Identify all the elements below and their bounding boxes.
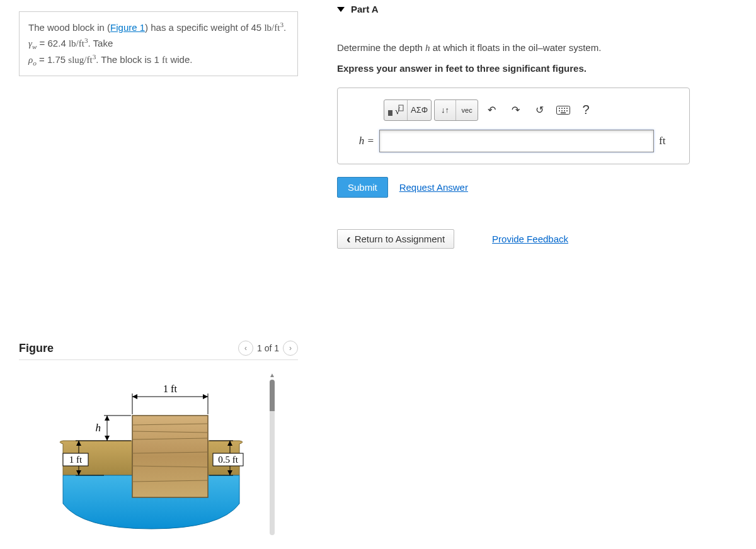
prompt-post: at which it floats in the oil–water syst…: [430, 42, 602, 53]
tail-unit: ft: [162, 55, 168, 65]
prompt-pre: Determine the depth: [337, 42, 425, 53]
svg-point-39: [564, 110, 565, 111]
dim-right: 0.5 ft: [218, 455, 238, 465]
figure-next-button[interactable]: ›: [283, 341, 298, 356]
reset-button[interactable]: ↺: [529, 100, 550, 120]
templates-button[interactable]: √: [384, 100, 408, 120]
sep: .: [284, 22, 286, 33]
eq: = 1.75: [37, 54, 68, 65]
part-title: Part A: [351, 4, 379, 14]
svg-point-35: [564, 108, 565, 109]
tail2: wide.: [168, 54, 192, 65]
svg-marker-10: [132, 394, 137, 399]
keyboard-button[interactable]: [553, 100, 574, 120]
take: . Take: [88, 38, 113, 48]
svg-point-37: [559, 110, 560, 111]
problem-statement: The wood block in (Figure 1) has a speci…: [19, 11, 298, 76]
figure-image: 1 ft h: [19, 371, 258, 549]
svg-point-38: [561, 110, 563, 111]
scroll-up-icon: ▲: [269, 371, 275, 378]
svg-point-34: [561, 108, 563, 109]
prompt-var: h: [425, 43, 430, 53]
return-label: Return to Assignment: [355, 234, 445, 244]
greek-button[interactable]: ΑΣΦ: [408, 100, 431, 120]
answer-instruction: Express your answer in feet to three sig…: [337, 63, 740, 74]
help-button[interactable]: ?: [576, 103, 595, 117]
problem-text: The wood block in (: [28, 22, 110, 33]
unit-label: ft: [659, 135, 678, 147]
undo-button[interactable]: ↶: [481, 100, 502, 120]
equation-toolbar: √ ΑΣΦ ↓↑ vec ↶ ↷ ↺ ?: [384, 99, 678, 121]
answer-box: √ ΑΣΦ ↓↑ vec ↶ ↷ ↺ ? h = ft: [337, 88, 690, 164]
svg-rect-29: [388, 110, 392, 116]
dim-top: 1 ft: [163, 383, 177, 394]
svg-rect-41: [561, 112, 566, 113]
figure-page-indicator: 1 of 1: [257, 343, 279, 353]
sub-sup-button[interactable]: ↓↑: [435, 100, 456, 120]
svg-marker-16: [105, 436, 110, 441]
svg-marker-15: [105, 416, 110, 421]
part-header[interactable]: Part A: [337, 0, 740, 22]
return-to-assignment-button[interactable]: Return to Assignment: [337, 229, 454, 249]
vec-button[interactable]: vec: [456, 100, 478, 120]
answer-input[interactable]: [379, 130, 654, 152]
variable-label: h =: [349, 135, 374, 147]
tail: . The block is 1: [96, 54, 162, 65]
request-answer-link[interactable]: Request Answer: [399, 182, 468, 193]
svg-rect-0: [132, 416, 208, 497]
submit-button[interactable]: Submit: [337, 177, 388, 198]
redo-button[interactable]: ↷: [505, 100, 526, 120]
svg-marker-11: [203, 394, 208, 399]
svg-point-33: [559, 108, 560, 109]
figure-title: Figure: [19, 342, 54, 355]
figure-prev-button[interactable]: ‹: [238, 341, 253, 356]
figure-scrollbar[interactable]: ▲: [268, 371, 277, 535]
dim-left: 1 ft: [69, 455, 83, 465]
unit: slug/ft: [68, 55, 92, 65]
unit: lb/ft: [69, 38, 84, 48]
provide-feedback-link[interactable]: Provide Feedback: [492, 234, 568, 244]
unit: lb/ft: [264, 23, 280, 33]
figure-link[interactable]: Figure 1: [110, 22, 145, 33]
svg-point-40: [566, 110, 568, 111]
eq: = 62.4: [37, 38, 68, 48]
svg-point-36: [566, 108, 568, 109]
dim-h: h: [96, 422, 101, 434]
question-prompt: Determine the depth h at which it floats…: [337, 41, 740, 55]
problem-text2: ) has a specific weight of 45: [145, 22, 264, 33]
collapse-icon: [337, 7, 345, 12]
